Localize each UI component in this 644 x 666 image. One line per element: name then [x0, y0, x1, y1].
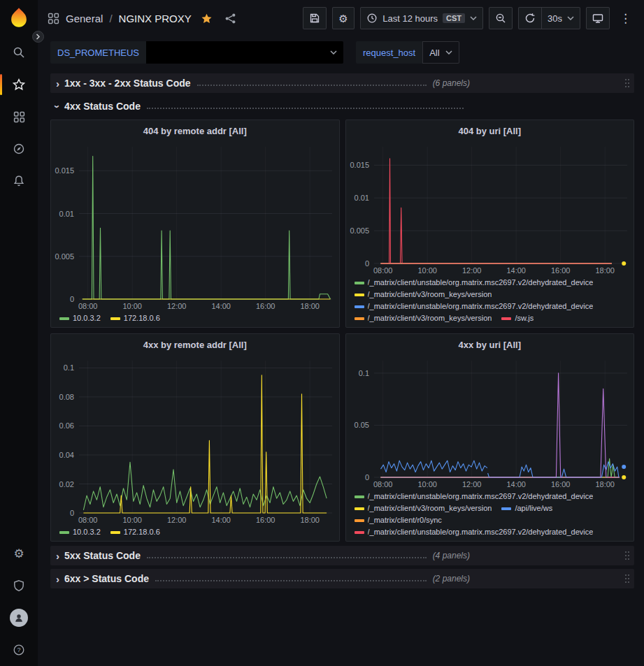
legend-item[interactable]: /_matrix/client/unstable/org.matrix.msc2…	[355, 527, 594, 537]
series-point	[622, 261, 626, 266]
y-axis-tick-label: 0.1	[358, 369, 368, 377]
chart-canvas[interactable]: 00.050.108:0010:0012:0014:0016:0018:00	[346, 355, 634, 490]
legend-item[interactable]: /_matrix/client/v3/room_keys/version	[355, 503, 492, 514]
panel-legend: 10.0.3.2172.18.0.6	[51, 526, 339, 541]
chevron-down-icon	[470, 16, 477, 20]
row-toggle[interactable]: › 6xx > Status Code (2 panels)	[50, 573, 470, 584]
y-axis-tick-label: 0.015	[55, 166, 74, 175]
request-host-variable-label[interactable]: request_host	[356, 41, 422, 64]
legend-item[interactable]: /sw.js	[501, 313, 534, 324]
time-range-picker[interactable]: Last 12 hours CST	[360, 7, 483, 29]
sidebar-search-button[interactable]	[0, 36, 38, 68]
legend-item[interactable]: 172.18.0.6	[110, 313, 160, 324]
refresh-group: 30s	[518, 7, 580, 29]
time-range-label: Last 12 hours	[382, 13, 438, 24]
share-icon	[224, 13, 236, 24]
legend-item[interactable]: /_matrix/client/v3/room_keys/version	[355, 289, 492, 300]
sidebar-configuration-button[interactable]: ⚙	[0, 537, 38, 570]
legend-item[interactable]: /_matrix/client/v3/room_keys/version	[355, 313, 492, 324]
y-axis-tick-label: 0	[364, 259, 368, 268]
row-drag-handle[interactable]	[623, 572, 631, 585]
legend-item[interactable]: /_matrix/client/unstable/org.matrix.msc2…	[355, 277, 594, 288]
save-dashboard-button[interactable]	[303, 7, 327, 29]
sidebar-profile-button[interactable]	[0, 602, 38, 634]
legend-swatch	[355, 305, 364, 308]
sidebar-dashboards-button[interactable]	[0, 101, 38, 133]
chevron-down-icon	[330, 50, 337, 55]
legend-item[interactable]: /_matrix/client/unstable/org.matrix.msc2…	[355, 301, 594, 312]
clock-icon	[366, 13, 378, 24]
sidebar-expand-button[interactable]	[32, 31, 44, 43]
row-panel-count: (6 panels)	[433, 78, 470, 88]
legend-item[interactable]: 172.18.0.6	[110, 527, 160, 537]
chart-canvas[interactable]: 00.0050.010.01508:0010:0012:0014:0016:00…	[346, 141, 634, 276]
legend-swatch	[355, 317, 364, 320]
refresh-button[interactable]	[518, 7, 541, 29]
breadcrumb-title[interactable]: NGINX PROXY	[119, 13, 192, 24]
row-toggle[interactable]: › 5xx Status Code (4 panels)	[50, 550, 470, 561]
panel-header[interactable]: 404 by remote addr [All]	[51, 120, 339, 141]
panel-title: 404 by remote addr [All]	[143, 126, 247, 136]
sidebar-admin-button[interactable]	[0, 570, 38, 602]
legend-label: 10.0.3.2	[73, 527, 101, 537]
share-button[interactable]	[222, 11, 239, 26]
search-icon	[13, 46, 25, 59]
sidebar-alerting-button[interactable]	[0, 165, 38, 197]
tv-mode-button[interactable]	[586, 7, 610, 29]
row-drag-handle[interactable]	[623, 549, 631, 562]
x-axis-tick-label: 12:00	[461, 266, 481, 275]
row-drag-handle[interactable]	[623, 77, 631, 89]
sidebar-help-button[interactable]: ?	[0, 634, 38, 666]
row-dotted-leader	[147, 557, 427, 558]
legend-label: 10.0.3.2	[73, 313, 101, 324]
legend-item[interactable]: 10.0.3.2	[59, 313, 101, 324]
datasource-variable-value[interactable]	[146, 41, 343, 64]
chevron-right-icon: ›	[56, 574, 59, 584]
grafana-logo[interactable]	[0, 0, 38, 36]
kebab-menu-button[interactable]: ⋮	[615, 13, 636, 24]
request-host-variable-value[interactable]: All	[422, 41, 459, 64]
chart-canvas[interactable]: 00.0050.010.01508:0010:0012:0014:0016:00…	[51, 141, 339, 312]
sidebar-starred-button[interactable]	[0, 68, 38, 101]
legend-item[interactable]: /_matrix/client/unstable/org.matrix.msc2…	[355, 491, 594, 502]
y-axis-tick-label: 0.08	[59, 393, 74, 401]
request-host-variable: request_host All	[356, 41, 459, 64]
x-axis-tick-label: 18:00	[300, 516, 320, 524]
refresh-interval-dropdown[interactable]: 30s	[541, 7, 580, 29]
legend-item[interactable]: /api/live/ws	[501, 503, 552, 514]
legend-label: /_matrix/client/r0/sync	[368, 515, 442, 526]
row-6xx: › 6xx > Status Code (2 panels)	[50, 569, 634, 588]
zoom-out-button[interactable]	[489, 7, 513, 29]
dashboard-settings-button[interactable]: ⚙	[332, 7, 355, 29]
y-axis-tick-label: 0	[70, 509, 74, 517]
row-title: 5xx Status Code	[64, 550, 141, 561]
x-axis-tick-label: 12:00	[167, 302, 187, 310]
apps-grid-icon	[13, 111, 25, 123]
timeseries-chart[interactable]: 00.0050.010.01508:0010:0012:0014:0016:00…	[346, 141, 634, 276]
favorite-star-button[interactable]	[198, 11, 215, 26]
breadcrumb-section[interactable]: General	[66, 13, 103, 24]
series-line	[487, 462, 618, 477]
panel-header[interactable]: 404 by uri [All]	[346, 120, 634, 141]
star-icon	[13, 78, 25, 91]
top-nav: General / NGINX PROXY ⚙	[38, 0, 644, 36]
avatar	[10, 609, 28, 627]
datasource-variable-label[interactable]: DS_PROMETHEUS	[50, 41, 146, 64]
person-icon	[13, 612, 24, 623]
timeseries-chart[interactable]: 00.0050.010.01508:0010:0012:0014:0016:00…	[51, 141, 339, 312]
y-axis-tick-label: 0.04	[59, 451, 74, 459]
row-toggle[interactable]: › 4xx Status Code	[50, 101, 470, 112]
gear-icon: ⚙	[13, 548, 24, 560]
sidebar-explore-button[interactable]	[0, 133, 38, 165]
chart-canvas[interactable]: 00.020.040.060.080.108:0010:0012:0014:00…	[51, 355, 339, 526]
x-axis-tick-label: 10:00	[417, 480, 437, 488]
timeseries-chart[interactable]: 00.050.108:0010:0012:0014:0016:0018:00	[346, 355, 634, 490]
panel-header[interactable]: 4xx by uri [All]	[346, 334, 634, 355]
timeseries-chart[interactable]: 00.020.040.060.080.108:0010:0012:0014:00…	[51, 355, 339, 526]
panel-404-by-remote-addr: 404 by remote addr [All] 00.0050.010.015…	[50, 120, 340, 328]
row-toggle[interactable]: › 1xx - 3xx - 2xx Status Code (6 panels)	[50, 78, 470, 89]
legend-swatch	[501, 317, 511, 320]
panel-header[interactable]: 4xx by remote addr [All]	[51, 334, 339, 355]
legend-item[interactable]: 10.0.3.2	[59, 527, 101, 537]
legend-item[interactable]: /_matrix/client/r0/sync	[355, 515, 442, 526]
